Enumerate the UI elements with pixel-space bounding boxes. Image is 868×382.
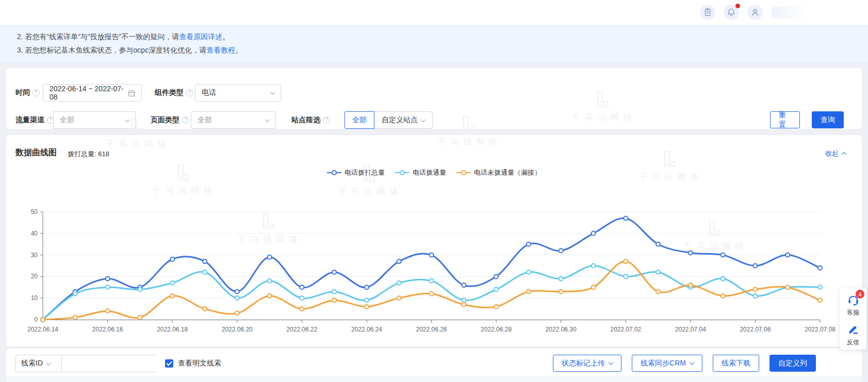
help-icon[interactable]: ? xyxy=(182,117,189,124)
floating-side-panel: 4 客服 反馈 xyxy=(840,288,866,350)
help-icon[interactable]: ? xyxy=(186,89,193,96)
topbar-icons xyxy=(700,5,811,20)
lead-id-label: 线索ID xyxy=(21,359,43,368)
chevron-up-icon xyxy=(842,152,847,157)
svg-text:2022.06.14: 2022.06.14 xyxy=(27,326,58,333)
help-icon[interactable]: ? xyxy=(32,89,40,96)
svg-text:2022.07.06: 2022.07.06 xyxy=(740,326,771,333)
traffic-channel-select[interactable]: 全部 xyxy=(53,111,136,129)
pencil-icon xyxy=(847,323,859,336)
svg-text:40: 40 xyxy=(31,230,38,237)
site-custom-button[interactable]: 自定义站点 xyxy=(374,111,433,129)
button-label: 线索同步CRM xyxy=(641,359,686,368)
chevron-down-icon xyxy=(125,117,130,122)
svg-text:2022.06.26: 2022.06.26 xyxy=(416,326,447,333)
svg-text:2022.06.18: 2022.06.18 xyxy=(157,326,188,333)
lead-sync-crm-button[interactable]: 线索同步CRM xyxy=(632,355,702,372)
help-icon[interactable]: ? xyxy=(323,117,330,124)
chevron-down-icon xyxy=(265,117,270,122)
legend-label: 电话未拨通量（漏接） xyxy=(474,168,541,177)
plaintext-leads-label: 查看明文线索 xyxy=(178,355,221,372)
filter-panel: 时间 ? 2022-06-14 ~ 2022-07-08 组件类型 ? 电话 流… xyxy=(6,68,862,129)
page-type-value: 全部 xyxy=(198,115,212,125)
site-custom-label: 自定义站点 xyxy=(382,115,418,125)
link-reason-details[interactable]: 查看原因详述 xyxy=(179,32,222,41)
username-blurred xyxy=(771,6,811,19)
legend-item-total-calls[interactable]: 电话拨打总量 xyxy=(327,168,385,177)
button-label: 线索下载 xyxy=(722,359,750,368)
link-tutorial[interactable]: 查看教程 xyxy=(206,46,235,54)
status-mark-upload-button[interactable]: 状态标记上传 xyxy=(553,355,621,372)
chart-title: 数据曲线图 xyxy=(15,147,57,158)
svg-text:10: 10 xyxy=(31,294,38,302)
customer-service-button[interactable]: 4 客服 xyxy=(840,293,866,317)
chevron-down-icon xyxy=(609,360,614,365)
lead-download-button[interactable]: 线索下载 xyxy=(713,355,759,372)
traffic-channel-label: 流量渠道 ? xyxy=(15,111,54,129)
legend-item-connected-calls[interactable]: 电话拨通量 xyxy=(395,168,446,177)
svg-text:50: 50 xyxy=(31,208,38,215)
svg-text:2022.06.20: 2022.06.20 xyxy=(222,326,253,333)
notice-line-3-suffix: 。 xyxy=(235,46,242,54)
legend-label: 电话拨打总量 xyxy=(345,168,385,177)
site-all-button[interactable]: 全部 xyxy=(345,111,374,129)
query-button[interactable]: 查询 xyxy=(812,111,844,128)
button-label: 状态标记上传 xyxy=(562,359,605,368)
svg-text:0: 0 xyxy=(34,316,38,323)
legend-marker xyxy=(327,170,341,176)
page-type-label: 页面类型 ? xyxy=(151,111,189,129)
chevron-down-icon xyxy=(270,90,275,95)
calendar-icon xyxy=(128,89,135,97)
reset-button[interactable]: 重置 xyxy=(770,111,800,128)
page-type-select[interactable]: 全部 xyxy=(191,111,276,129)
svg-text:2022.06.22: 2022.06.22 xyxy=(286,326,317,333)
component-type-value: 电话 xyxy=(202,88,216,97)
svg-text:2022.07.04: 2022.07.04 xyxy=(675,326,706,333)
date-range-value: 2022-06-14 ~ 2022-07-08 xyxy=(50,85,128,101)
bell-icon[interactable] xyxy=(724,5,739,20)
customer-service-label: 客服 xyxy=(847,308,859,317)
site-filter-label: 站点筛选 ? xyxy=(291,111,330,129)
collapse-label: 收起 xyxy=(825,149,839,158)
legend-marker xyxy=(456,170,471,176)
collapse-toggle[interactable]: 收起 xyxy=(825,149,846,158)
feedback-button[interactable]: 反馈 xyxy=(840,323,866,347)
chevron-down-icon xyxy=(690,360,695,365)
legend-item-missed-calls[interactable]: 电话未拨通量（漏接） xyxy=(456,168,541,177)
component-type-label: 组件类型 ? xyxy=(155,84,193,102)
svg-text:2022.06.16: 2022.06.16 xyxy=(92,326,123,333)
lead-id-select[interactable]: 线索ID xyxy=(15,355,62,372)
svg-text:2022.07.02: 2022.07.02 xyxy=(610,326,641,333)
document-icon[interactable] xyxy=(700,5,715,20)
component-type-select[interactable]: 电话 xyxy=(195,84,281,102)
data-curve-chart: 010203040502022.06.142022.06.162022.06.1… xyxy=(6,135,862,346)
notification-dot xyxy=(735,4,740,8)
call-total: 拨打总量: 618 xyxy=(68,150,109,159)
toolbar-buttons: 状态标记上传 线索同步CRM 线索下载 自定义列 xyxy=(553,355,816,372)
user-icon[interactable] xyxy=(747,5,763,20)
svg-text:2022.07.08: 2022.07.08 xyxy=(805,326,836,333)
svg-text:20: 20 xyxy=(31,273,38,280)
svg-text:2022.06.28: 2022.06.28 xyxy=(481,326,512,333)
notice-banner: 2. 若您有“线索详单”与“投放报告”不一致的疑问，请查看原因详述。 3. 若您… xyxy=(0,25,868,62)
lead-search-input[interactable] xyxy=(62,356,163,371)
svg-text:30: 30 xyxy=(31,252,38,259)
notice-line-2-suffix: 。 xyxy=(222,32,230,41)
traffic-channel-value: 全部 xyxy=(60,115,74,125)
notice-line-2: 2. 若您有“线索详单”与“投放报告”不一致的疑问，请查看原因详述。 xyxy=(17,30,868,43)
lead-search-box xyxy=(61,355,157,372)
date-range-input[interactable]: 2022-06-14 ~ 2022-07-08 xyxy=(43,84,142,102)
feedback-label: 反馈 xyxy=(847,338,859,347)
legend-marker xyxy=(395,170,410,176)
chart-legend: 电话拨打总量 电话拨通量 电话未拨通量（漏接） xyxy=(6,168,862,177)
custom-columns-button[interactable]: 自定义列 xyxy=(769,355,816,372)
notice-line-3: 3. 若您想标记基木鱼线索状态，参与ocpc深度转化优化，请查看教程。 xyxy=(17,43,868,57)
page: 2. 若您有“线索详单”与“投放报告”不一致的疑问，请查看原因详述。 3. 若您… xyxy=(0,0,868,382)
plaintext-leads-checkbox[interactable] xyxy=(165,359,173,368)
site-filter-segment: 全部 自定义站点 xyxy=(345,111,433,129)
topbar xyxy=(0,0,868,25)
notice-line-3-text: 3. 若您想标记基木鱼线索状态，参与ocpc深度转化优化，请 xyxy=(17,46,206,54)
svg-text:2022.06.30: 2022.06.30 xyxy=(546,326,577,333)
chart-panel: 数据曲线图 拨打总量: 618 收起 电话拨打总量 电话拨通量 电话未拨通量（漏… xyxy=(6,135,862,346)
time-label: 时间 ? xyxy=(15,84,40,102)
